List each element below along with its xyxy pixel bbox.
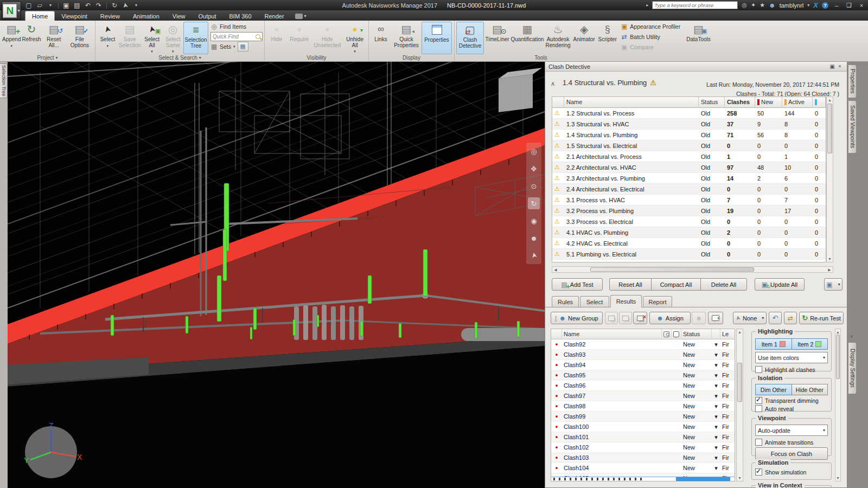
close-button[interactable]: × — [857, 2, 866, 9]
properties-button[interactable]: Properties — [422, 22, 452, 54]
add-comment-button[interactable] — [708, 312, 723, 324]
search-center-icon[interactable]: ◎ — [742, 2, 747, 9]
unhide-all-button[interactable]: Unhide All — [343, 22, 367, 54]
col-active[interactable]: Active — [782, 97, 813, 107]
save-selection-button[interactable]: Save Selection — [118, 22, 142, 54]
close-panel-icon[interactable]: × — [836, 63, 844, 69]
search-arrow-icon[interactable]: ▸ — [646, 3, 648, 8]
application-menu-button[interactable]: N ▾ — [2, 1, 21, 20]
delete-all-button[interactable]: Delete All — [700, 278, 747, 291]
compact-all-button[interactable]: Compact All — [651, 278, 701, 291]
animate-transitions-checkbox[interactable]: Animate transitions — [755, 439, 828, 446]
refresh-button[interactable]: Refresh — [21, 22, 41, 54]
options-vscrollbar[interactable]: ▲▼ — [835, 329, 841, 481]
checkbox-checked-icon[interactable] — [755, 397, 762, 404]
assign-button[interactable]: ☻ Assign — [649, 312, 691, 324]
col-clashes[interactable]: Clashes — [725, 97, 755, 107]
checkbox-icon[interactable] — [755, 405, 762, 412]
save-icon[interactable]: ▣ — [61, 2, 71, 9]
tests-table-hscrollbar[interactable]: ◀▶ — [552, 266, 833, 273]
rcol-status[interactable]: Status — [681, 329, 712, 339]
selection-tree-button[interactable]: Selection Tree — [183, 22, 208, 54]
links-button[interactable]: Links — [371, 22, 391, 54]
clash-result-row[interactable]: ● Clash98 New ▾ Fir — [551, 401, 735, 412]
ribbon-tab[interactable]: Review — [94, 11, 126, 21]
autodesk-rendering-button[interactable]: Autodesk Rendering — [544, 22, 572, 54]
tab-select[interactable]: Select — [580, 296, 609, 307]
item1-toggle[interactable]: Item 1 — [755, 338, 792, 350]
results-vscrollbar[interactable]: ▲▼ — [736, 329, 743, 481]
user-caret-icon[interactable]: ▾ — [807, 3, 809, 8]
clash-result-row[interactable]: ● Clash94 New ▾ Fir — [551, 360, 735, 370]
quick-properties-button[interactable]: Quick Properties — [391, 22, 422, 54]
unassign-button[interactable]: ☻ — [692, 312, 706, 324]
col-status[interactable]: Status — [699, 97, 725, 107]
viewport-3d[interactable]: ◎ ✥ ⊙ ↻ ◉ ☻ ➤ Z Y X — [8, 61, 552, 488]
clash-test-row[interactable]: ⚠ 2.3 Architectural vs. Plumbing Old 14 … — [552, 173, 826, 184]
undo-button[interactable]: ↶ — [769, 312, 782, 324]
username[interactable]: tamblynrl — [780, 2, 804, 9]
scripter-button[interactable]: Scripter — [596, 22, 618, 54]
clash-result-row[interactable]: ● Clash101 New ▾ Fir — [551, 432, 735, 442]
qat-caret-icon[interactable]: ▾ — [131, 3, 141, 8]
clash-test-row[interactable]: ⚠ 4.2 HVAC vs. Electrical Old 0 0 0 0 — [552, 238, 826, 249]
clash-result-row[interactable]: ● Clash99 New ▾ Fir — [551, 412, 735, 422]
ribbon-tab[interactable]: Render — [258, 11, 291, 21]
clash-test-row[interactable]: ⚠ 2.2 Architectural vs. HVAC Old 97 48 1… — [552, 162, 826, 173]
test-options-button[interactable]: ▣ — [824, 278, 843, 291]
reset-all-button[interactable]: Reset All... — [42, 22, 66, 54]
redo-icon[interactable]: ↷ — [94, 2, 104, 9]
clash-result-row[interactable]: ● Clash102 New ▾ Fir — [551, 442, 735, 453]
hide-other-button[interactable]: Hide Other — [792, 384, 828, 395]
status-dropdown-caret[interactable]: ▾ — [712, 463, 720, 473]
status-dropdown-caret[interactable]: ▾ — [712, 360, 720, 370]
col-icon[interactable] — [552, 97, 564, 107]
restore-button[interactable]: ❑ — [845, 2, 853, 9]
compare-button[interactable]: ▣ Compare — [621, 42, 681, 52]
status-dropdown-caret[interactable]: ▾ — [712, 401, 720, 411]
select-same-button[interactable]: Select Same — [162, 22, 183, 54]
focus-on-clash-button[interactable]: Focus on Clash — [755, 447, 828, 460]
group-label-visibility[interactable]: Visibility — [265, 54, 368, 61]
clash-test-row[interactable]: ⚠ 3.1 Process vs. HVAC Old 7 0 7 0 — [552, 195, 826, 206]
exchange-apps-icon[interactable]: X — [813, 1, 818, 9]
look-around-icon[interactable]: ◉ — [528, 215, 540, 227]
tests-table-vscrollbar[interactable]: ▲▼ — [826, 97, 833, 262]
reset-all-button[interactable]: Reset All — [609, 278, 652, 291]
animator-button[interactable]: Animator — [572, 22, 596, 54]
file-options-button[interactable]: File Options — [66, 22, 93, 54]
clash-result-row[interactable]: ● Clash103 New ▾ Fir — [551, 453, 735, 463]
navigation-bar[interactable]: ◎ ✥ ⊙ ↻ ◉ ☻ ➤ — [526, 143, 541, 264]
status-dropdown-caret[interactable]: ▾ — [712, 442, 720, 452]
ribbon-tab[interactable]: Home — [25, 11, 55, 21]
clash-test-row[interactable]: ⚠ 1.5 Structural vs. Electrical Old 0 0 … — [552, 140, 826, 151]
checkbox-icon[interactable] — [755, 366, 762, 373]
add-test-button[interactable]: ▤ Add Test — [552, 278, 603, 291]
sets-button[interactable]: ▦ Sets ▾ — [210, 42, 235, 52]
filter-dropdown[interactable]: ➤ None — [733, 312, 767, 324]
favorites-icon[interactable]: ★ — [760, 2, 765, 9]
clash-result-row[interactable]: ● Clash100 New ▾ Fir — [551, 422, 735, 432]
minimize-button[interactable]: – — [832, 2, 841, 9]
group-label-project[interactable]: Project — [0, 54, 95, 61]
zoom-icon[interactable]: ⊙ — [528, 180, 540, 192]
status-dropdown-caret[interactable]: ▾ — [712, 412, 720, 421]
hide-unselected-button[interactable]: Hide Unselected — [312, 22, 343, 54]
append-button[interactable]: Append — [2, 22, 21, 54]
status-dropdown-caret[interactable]: ▾ — [712, 391, 720, 401]
ribbon-tab[interactable]: BIM 360 — [223, 11, 258, 21]
help-icon[interactable]: ? — [822, 2, 828, 9]
saved-viewpoints-tab[interactable]: Saved Viewpoints — [848, 100, 857, 153]
new-document-icon[interactable]: ▢ — [24, 2, 34, 9]
status-dropdown-caret[interactable]: ▾ — [712, 381, 720, 390]
rcol-level[interactable]: Le — [720, 329, 735, 339]
ribbon-tab[interactable]: Output — [192, 11, 223, 21]
clash-test-row[interactable]: ⚠ 1.3 Structural vs. HVAC Old 37 9 8 0 — [552, 119, 826, 130]
group-label-select-search[interactable]: Select & Search — [95, 54, 264, 61]
clash-test-row[interactable]: ⚠ 3.3 Process vs. Electrical Old 0 0 0 0 — [552, 216, 826, 227]
rcol-name[interactable]: Name — [562, 329, 662, 339]
transparent-dimming-checkbox[interactable]: Transparent dimming — [755, 397, 828, 404]
group-label-tools[interactable]: Tools — [455, 54, 627, 61]
new-group-button[interactable]: [☻ New Group — [551, 312, 603, 324]
ribbon-tab[interactable]: Viewpoint — [55, 11, 94, 21]
